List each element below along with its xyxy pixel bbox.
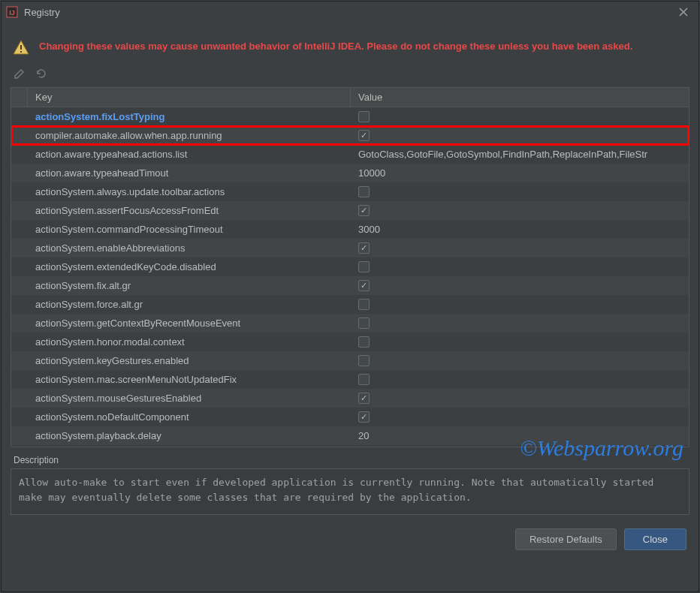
row-value[interactable] <box>351 130 689 141</box>
row-key: actionSystem.fix.alt.gr <box>28 280 351 291</box>
checkbox[interactable] <box>358 393 370 404</box>
table-row[interactable]: actionSystem.force.alt.gr <box>11 295 689 314</box>
row-value[interactable]: GotoClass,GotoFile,GotoSymbol,FindInPath… <box>351 149 689 160</box>
close-button[interactable]: Close <box>624 528 686 550</box>
row-key: actionSystem.honor.modal.context <box>28 336 351 348</box>
row-value[interactable] <box>351 411 689 423</box>
table-row[interactable]: actionSystem.fixLostTyping <box>11 107 689 126</box>
row-key: actionSystem.fixLostTyping <box>28 111 351 122</box>
svg-rect-3 <box>20 51 22 53</box>
row-value[interactable] <box>351 299 689 310</box>
checkbox[interactable] <box>358 411 370 423</box>
row-key: action.aware.typeaheadTimout <box>28 167 351 179</box>
row-value[interactable] <box>351 261 689 272</box>
dialog-title: Registry <box>24 7 673 18</box>
row-key: actionSystem.enableAbbreviations <box>28 242 351 254</box>
checkbox[interactable] <box>358 205 370 216</box>
registry-table: Key Value actionSystem.fixLostTypingcomp… <box>11 87 689 447</box>
column-key[interactable]: Key <box>28 88 351 107</box>
table-row[interactable]: actionSystem.getContextByRecentMouseEven… <box>11 314 689 333</box>
edit-icon[interactable] <box>12 66 27 81</box>
button-row: Restore Defaults Close <box>0 515 700 558</box>
table-row[interactable]: compiler.automake.allow.when.app.running <box>11 126 689 145</box>
row-value[interactable] <box>351 242 689 254</box>
revert-icon[interactable] <box>33 66 48 81</box>
table-row[interactable]: actionSystem.playback.delay20 <box>11 426 689 445</box>
row-value[interactable] <box>351 393 689 404</box>
checkbox[interactable] <box>358 261 370 272</box>
warning-banner: Changing these values may cause unwanted… <box>0 24 700 66</box>
row-key: actionSystem.always.update.toolbar.actio… <box>28 186 351 197</box>
row-value[interactable]: 20 <box>351 430 689 441</box>
table-row[interactable]: actionSystem.always.update.toolbar.actio… <box>11 182 689 201</box>
table-row[interactable]: actionSystem.mouseGesturesEnabled <box>11 389 689 408</box>
row-key: actionSystem.keyGestures.enabled <box>28 355 351 366</box>
row-value[interactable] <box>351 280 689 291</box>
row-key: actionSystem.assertFocusAccessFromEdt <box>28 205 351 216</box>
row-key: actionSystem.extendedKeyCode.disabled <box>28 261 351 272</box>
row-value[interactable] <box>351 186 689 197</box>
table-row[interactable]: action.aware.typeaheadTimout10000 <box>11 164 689 182</box>
row-value[interactable] <box>351 111 689 122</box>
checkbox[interactable] <box>358 280 370 291</box>
description-label: Description <box>14 455 686 465</box>
checkbox[interactable] <box>358 242 370 254</box>
row-key: actionSystem.mouseGesturesEnabled <box>28 393 351 404</box>
checkbox[interactable] <box>358 111 370 122</box>
app-icon: IJ <box>6 6 18 18</box>
row-value[interactable] <box>351 355 689 366</box>
checkbox[interactable] <box>358 374 370 385</box>
row-key: actionSystem.force.alt.gr <box>28 299 351 310</box>
checkbox[interactable] <box>358 299 370 310</box>
table-row[interactable]: actionSystem.enableAbbreviations <box>11 239 689 257</box>
svg-rect-2 <box>20 45 22 50</box>
restore-defaults-button[interactable]: Restore Defaults <box>515 528 617 550</box>
row-key: actionSystem.noDefaultComponent <box>28 411 351 423</box>
table-row[interactable]: actionSystem.keyGestures.enabled <box>11 351 689 370</box>
table-row[interactable]: actionSystem.honor.modal.context <box>11 333 689 351</box>
row-value[interactable] <box>351 336 689 348</box>
checkbox[interactable] <box>358 355 370 366</box>
table-row[interactable]: actionSystem.assertFocusAccessFromEdt <box>11 201 689 220</box>
row-key: actionSystem.getContextByRecentMouseEven… <box>28 318 351 329</box>
row-key: compiler.automake.allow.when.app.running <box>28 130 351 141</box>
table-row[interactable]: actionSystem.fix.alt.gr <box>11 276 689 295</box>
row-key: actionSystem.mac.screenMenuNotUpdatedFix <box>28 374 351 385</box>
toolbar <box>0 66 700 87</box>
table-body[interactable]: actionSystem.fixLostTypingcompiler.autom… <box>11 107 689 447</box>
warning-text: Changing these values may cause unwanted… <box>39 39 632 54</box>
row-value[interactable] <box>351 318 689 329</box>
column-value[interactable]: Value <box>351 88 689 107</box>
checkbox[interactable] <box>358 186 370 197</box>
close-icon[interactable] <box>673 2 694 23</box>
checkbox[interactable] <box>358 318 370 329</box>
svg-text:IJ: IJ <box>9 9 15 17</box>
warning-icon <box>12 39 30 57</box>
table-row[interactable]: actionSystem.noDefaultComponent <box>11 408 689 426</box>
row-value[interactable] <box>351 205 689 216</box>
column-gutter <box>11 88 28 107</box>
row-key: actionSystem.commandProcessingTimeout <box>28 224 351 235</box>
table-row[interactable]: action.aware.typeahead.actions.listGotoC… <box>11 145 689 164</box>
row-value[interactable]: 3000 <box>351 224 689 235</box>
row-value[interactable]: 10000 <box>351 167 689 179</box>
description-box: Allow auto-make to start even if develop… <box>11 468 689 515</box>
row-value[interactable] <box>351 374 689 385</box>
row-key: actionSystem.playback.delay <box>28 430 351 441</box>
table-row[interactable]: actionSystem.commandProcessingTimeout300… <box>11 220 689 239</box>
checkbox[interactable] <box>358 130 370 141</box>
table-header: Key Value <box>11 88 689 107</box>
table-row[interactable]: actionSystem.mac.screenMenuNotUpdatedFix <box>11 370 689 389</box>
titlebar: IJ Registry <box>0 0 700 24</box>
checkbox[interactable] <box>358 336 370 348</box>
row-key: action.aware.typeahead.actions.list <box>28 149 351 160</box>
table-row[interactable]: actionSystem.extendedKeyCode.disabled <box>11 257 689 276</box>
